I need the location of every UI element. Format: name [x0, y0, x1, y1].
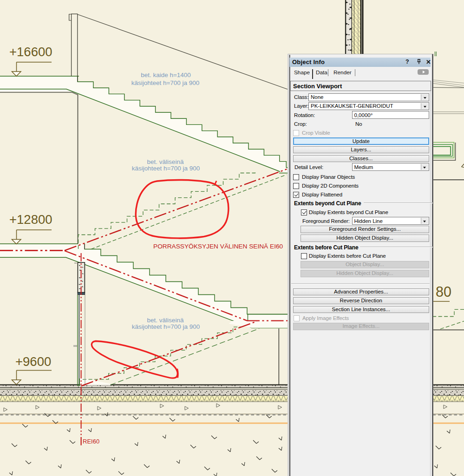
svg-text:80: 80: [436, 284, 451, 300]
svg-text:käsijohteet h=700 ja 900: käsijohteet h=700 ja 900: [131, 79, 200, 86]
svg-text:+12800: +12800: [9, 212, 52, 227]
svg-text:bet. väliseinä: bet. väliseinä: [147, 317, 184, 324]
svg-text:käsijohteet h=700 ja 900: käsijohteet h=700 ja 900: [132, 165, 200, 172]
svg-text:PORRASSYÖKSYJEN VÄLINEN SEINÄ: PORRASSYÖKSYJEN VÄLINEN SEINÄ EI60: [153, 243, 283, 250]
svg-text:+16600: +16600: [9, 45, 52, 59]
svg-text:REI60: REI60: [83, 438, 99, 445]
svg-text:+9600: +9600: [15, 354, 51, 369]
svg-text:bet. kaide h=1400: bet. kaide h=1400: [141, 72, 191, 78]
svg-text:käsijohteet h=700 ja 900: käsijohteet h=700 ja 900: [132, 323, 200, 330]
